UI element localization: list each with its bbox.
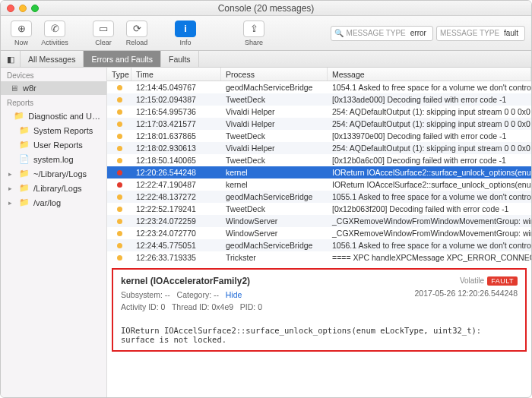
sidebar-item[interactable]: ▸📁/Library/Logs (1, 181, 106, 195)
table-row[interactable]: 12:26:33.719335Trickster==== XPC handleX… (107, 251, 531, 264)
row-type (107, 219, 131, 224)
sidebar-item[interactable]: ▸📁/var/log (1, 195, 106, 210)
monitor-icon: 🖥 (8, 84, 19, 93)
row-process: Vivaldi Helper (221, 107, 328, 116)
row-message: IOReturn IOAccelSurface2::surface_unlock… (328, 168, 531, 177)
sidebar-item[interactable]: ▸📁~/Library/Logs (1, 166, 106, 181)
row-process: geodMachServiceBridge (221, 241, 328, 250)
info-button[interactable]: iInfo (171, 21, 200, 46)
row-type (107, 146, 131, 151)
col-message[interactable]: Message (328, 68, 531, 81)
sidebar-item[interactable]: 📄system.log (1, 152, 106, 166)
error-dot-icon (117, 146, 122, 151)
row-time: 12:22:47.190487 (131, 180, 221, 189)
sidebar: Devices 🖥w8r Reports 📁Diagnostic and U…📁… (1, 68, 107, 397)
activities-button[interactable]: ✆Activities (40, 21, 69, 46)
clear-icon: ▭ (93, 21, 114, 37)
row-message: [0x12b0a6c00] Decoding failed with error… (328, 156, 531, 165)
table-row[interactable]: 12:14:45.049767geodMachServiceBridge1054… (107, 81, 531, 93)
table-row[interactable]: 12:24:45.775051geodMachServiceBridge1056… (107, 239, 531, 251)
clear-button[interactable]: ▭Clear (89, 21, 118, 46)
content: Type Time Process Message 12:14:45.04976… (107, 68, 531, 397)
reload-button[interactable]: ⟳Reload (122, 21, 151, 46)
volatile-label: Volatile (460, 276, 484, 285)
sidebar-item[interactable]: 📁Diagnostic and U… (1, 109, 106, 123)
table-row[interactable]: 12:23:24.072770WindowServer_CGXRemoveWin… (107, 227, 531, 239)
table-row[interactable]: 12:15:02.094387TweetDeck[0x133ade000] De… (107, 93, 531, 106)
minimize-icon[interactable] (19, 5, 27, 12)
error-dot-icon (117, 231, 122, 236)
row-type (107, 85, 131, 90)
table-row[interactable]: 12:18:01.637865TweetDeck[0x133970e00] De… (107, 130, 531, 142)
sidebar-item[interactable]: 📁User Reports (1, 137, 106, 152)
sidebar-toggle[interactable]: ◧ (1, 51, 21, 67)
sidebar-item[interactable]: 📁System Reports (1, 123, 106, 137)
row-process: TweetDeck (221, 95, 328, 104)
close-icon[interactable] (7, 5, 14, 12)
search-area: 🔍MESSAGE TYPEerror MESSAGE TYPEfault (331, 26, 525, 41)
row-process: Trickster (221, 253, 328, 262)
row-message: 1055.1 Asked to free space for a volume … (328, 192, 531, 201)
error-dot-icon (117, 243, 122, 248)
row-message: _CGXRemoveWindowFromWindowMovementGroup:… (328, 216, 531, 226)
row-type (107, 97, 131, 103)
error-dot-icon (117, 158, 122, 163)
sidebar-item-label: Diagnostic and U… (28, 112, 100, 121)
error-dot-icon (117, 122, 122, 127)
sidebar-reports-header: Reports (1, 95, 106, 109)
sidebar-devices-header: Devices (1, 68, 106, 81)
zoom-icon[interactable] (31, 5, 39, 12)
error-dot-icon (117, 85, 122, 90)
table-row[interactable]: 12:17:03.421577Vivaldi Helper254: AQDefa… (107, 118, 531, 130)
folder-icon: 📁 (19, 125, 30, 135)
error-dot-icon (117, 97, 122, 103)
now-icon: ⊕ (11, 21, 32, 37)
row-time: 12:23:24.072770 (131, 229, 221, 238)
row-process: geodMachServiceBridge (221, 83, 328, 92)
hide-link[interactable]: Hide (226, 290, 242, 299)
row-process: Vivaldi Helper (221, 144, 328, 153)
col-time[interactable]: Time (131, 68, 221, 81)
sidebar-device[interactable]: 🖥w8r (1, 81, 106, 95)
table-header: Type Time Process Message (107, 68, 531, 81)
folder-icon: 📁 (19, 169, 30, 178)
row-process: TweetDeck (221, 156, 328, 165)
search-icon: 🔍 (334, 29, 344, 37)
search-field-2[interactable]: MESSAGE TYPEfault (436, 26, 525, 41)
table-row[interactable]: 12:22:52.179241TweetDeck[0x12b063f200] D… (107, 203, 531, 215)
row-time: 12:24:45.775051 (131, 241, 221, 250)
filter-all-messages[interactable]: All Messages (21, 51, 84, 67)
row-type (107, 182, 131, 188)
row-message: 1054.1 Asked to free space for a volume … (328, 83, 531, 92)
row-type (107, 255, 131, 261)
fault-dot-icon (117, 170, 122, 175)
row-message: ==== XPC handleXPCMessage XPC_ERROR_CONN… (328, 253, 531, 262)
table-row[interactable]: 12:18:02.930613Vivaldi Helper254: AQDefa… (107, 142, 531, 154)
row-process: TweetDeck (221, 131, 328, 141)
row-time: 12:22:52.179241 (131, 204, 221, 213)
row-type (107, 122, 131, 127)
row-message: 254: AQDefaultOutput (1): skipping input… (328, 144, 531, 153)
error-dot-icon (117, 109, 122, 115)
row-process: WindowServer (221, 216, 328, 226)
table-row[interactable]: 12:23:24.072259WindowServer_CGXRemoveWin… (107, 215, 531, 227)
filter-faults[interactable]: Faults (161, 51, 199, 67)
disclosure-icon: ▸ (8, 199, 15, 207)
row-type (107, 243, 131, 248)
share-button[interactable]: ⇪Share (239, 21, 268, 46)
row-message: 1056.1 Asked to free space for a volume … (328, 241, 531, 250)
search-field-1[interactable]: 🔍MESSAGE TYPEerror (331, 26, 433, 41)
folder-icon: 📁 (19, 140, 30, 150)
table-row[interactable]: 12:20:26.544248kernelIOReturn IOAccelSur… (107, 166, 531, 178)
col-process[interactable]: Process (221, 68, 328, 81)
table-row[interactable]: 12:18:50.140065TweetDeck[0x12b0a6c00] De… (107, 154, 531, 166)
filter-errors-faults[interactable]: Errors and Faults (84, 51, 161, 67)
now-button[interactable]: ⊕Now (7, 21, 36, 46)
table-row[interactable]: 12:22:47.190487kernelIOReturn IOAccelSur… (107, 178, 531, 191)
table-row[interactable]: 12:16:54.995736Vivaldi Helper254: AQDefa… (107, 106, 531, 118)
col-type[interactable]: Type (107, 68, 131, 81)
table-row[interactable]: 12:22:48.137272geodMachServiceBridge1055… (107, 191, 531, 203)
row-type (107, 207, 131, 212)
detail-timestamp: 2017-05-26 12:20:26.544248 (415, 289, 518, 298)
detail-message: IOReturn IOAccelSurface2::surface_unlock… (121, 326, 518, 344)
